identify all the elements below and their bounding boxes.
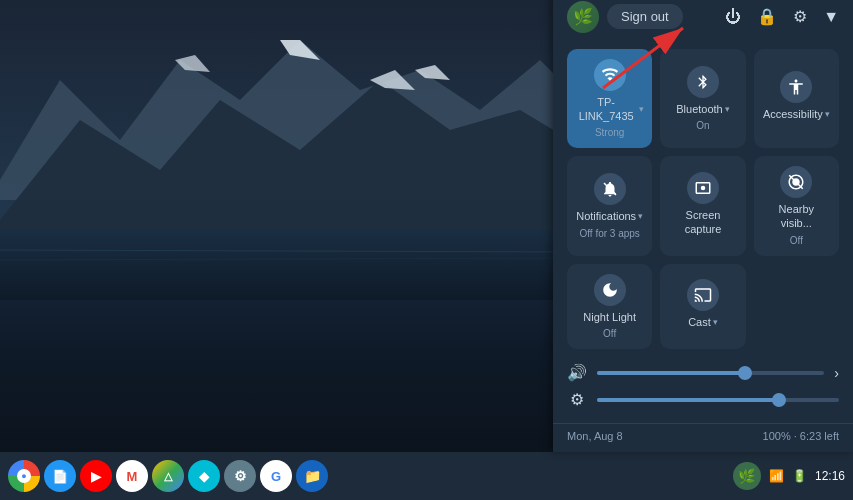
bluetooth-dropdown-arrow: ▾ — [725, 104, 730, 114]
accessibility-icon — [780, 71, 812, 103]
taskbar-gmail-icon[interactable]: M — [116, 460, 148, 492]
svg-rect-7 — [0, 230, 570, 300]
chevron-down-button[interactable]: ▼ — [823, 8, 839, 26]
taskbar-wifi-status[interactable]: 📶 — [769, 469, 784, 483]
bluetooth-tile[interactable]: Bluetooth ▾ On — [660, 49, 745, 149]
taskbar-tray-avatar[interactable]: 🌿 — [733, 462, 761, 490]
wifi-icon — [594, 59, 626, 91]
night-light-icon — [594, 274, 626, 306]
bluetooth-icon — [687, 66, 719, 98]
bluetooth-sublabel: On — [696, 120, 709, 131]
taskbar-youtube-icon[interactable]: ▶ — [80, 460, 112, 492]
power-button[interactable]: ⏻ — [725, 8, 741, 26]
screen-capture-tile[interactable]: Screen capture — [660, 156, 745, 256]
accessibility-tile[interactable]: Accessibility ▾ — [754, 49, 839, 149]
cast-label: Cast — [688, 315, 711, 329]
panel-date: Mon, Aug 8 — [567, 430, 623, 442]
taskbar-battery-status[interactable]: 🔋 — [792, 469, 807, 483]
night-light-label-row: Night Light — [583, 310, 636, 324]
wifi-sublabel: Strong — [595, 127, 624, 138]
desktop: groovyPost.com 🌿 Sign out ⏻ 🔒 ⚙ ▼ — [0, 0, 853, 500]
volume-icon: 🔊 — [567, 363, 587, 382]
battery-icon: 🔋 — [792, 469, 807, 483]
notifications-icon — [594, 173, 626, 205]
sign-out-button[interactable]: Sign out — [607, 4, 683, 29]
taskbar-google-icon[interactable]: G — [260, 460, 292, 492]
avatar: 🌿 — [567, 1, 599, 33]
accessibility-dropdown-arrow: ▾ — [825, 109, 830, 119]
brightness-thumb[interactable] — [772, 393, 786, 407]
screen-capture-label: Screen capture — [668, 208, 737, 237]
cast-tile[interactable]: Cast ▾ — [660, 264, 745, 349]
volume-track[interactable] — [597, 371, 824, 375]
taskbar-files-icon[interactable]: 📁 — [296, 460, 328, 492]
volume-expand-button[interactable]: › — [834, 365, 839, 381]
taskbar-chrome-icon[interactable]: ● — [8, 460, 40, 492]
settings-button[interactable]: ⚙ — [793, 7, 807, 26]
bluetooth-label-row: Bluetooth ▾ — [676, 102, 729, 116]
accessibility-label-row: Accessibility ▾ — [763, 107, 830, 121]
nearby-tile[interactable]: Nearby visib... Off — [754, 156, 839, 256]
taskbar-time[interactable]: 12:16 — [815, 469, 845, 483]
screen-capture-icon — [687, 172, 719, 204]
nearby-label-row: Nearby visib... — [762, 202, 831, 231]
night-light-tile[interactable]: Night Light Off — [567, 264, 652, 349]
wifi-dropdown-arrow: ▾ — [639, 104, 644, 114]
wifi-status-icon: 📶 — [769, 469, 784, 483]
taskbar-meet-icon[interactable]: ◆ — [188, 460, 220, 492]
notifications-label-row: Notifications ▾ — [576, 209, 643, 223]
clock-display: 12:16 — [815, 469, 845, 483]
nearby-sublabel: Off — [790, 235, 803, 246]
wifi-label: TP-LINK_7435 — [575, 95, 637, 124]
system-tray-panel: 🌿 Sign out ⏻ 🔒 ⚙ ▼ TP-LINK_7435 — [553, 0, 853, 452]
cast-label-row: Cast ▾ — [688, 315, 718, 329]
cast-icon — [687, 279, 719, 311]
volume-thumb[interactable] — [738, 366, 752, 380]
wifi-label-row: TP-LINK_7435 ▾ — [575, 95, 644, 124]
taskbar-left: ● 📄 ▶ M △ ◆ ⚙ G — [8, 460, 328, 492]
taskbar-settings-icon[interactable]: ⚙ — [224, 460, 256, 492]
taskbar-docs-icon[interactable]: 📄 — [44, 460, 76, 492]
notifications-sublabel: Off for 3 apps — [579, 228, 639, 239]
brightness-icon: ⚙ — [567, 390, 587, 409]
sliders-area: 🔊 › ⚙ — [553, 357, 853, 423]
panel-top-bar: 🌿 Sign out ⏻ 🔒 ⚙ ▼ — [553, 0, 853, 41]
svg-point-13 — [701, 185, 706, 190]
wifi-tile[interactable]: TP-LINK_7435 ▾ Strong — [567, 49, 652, 149]
notifications-tile[interactable]: Notifications ▾ Off for 3 apps — [567, 156, 652, 256]
brightness-track[interactable] — [597, 398, 839, 402]
nearby-label: Nearby visib... — [762, 202, 831, 231]
brightness-slider-row: ⚙ — [567, 390, 839, 409]
cast-dropdown-arrow: ▾ — [713, 317, 718, 327]
notifications-dropdown-arrow: ▾ — [638, 211, 643, 221]
panel-top-icons: ⏻ 🔒 ⚙ ▼ — [725, 7, 839, 26]
night-light-label: Night Light — [583, 310, 636, 324]
accessibility-label: Accessibility — [763, 107, 823, 121]
volume-fill — [597, 371, 745, 375]
night-light-sublabel: Off — [603, 328, 616, 339]
screen-capture-label-row: Screen capture — [668, 208, 737, 237]
lock-button[interactable]: 🔒 — [757, 7, 777, 26]
notifications-label: Notifications — [576, 209, 636, 223]
panel-bottom: Mon, Aug 8 100% · 6:23 left — [553, 423, 853, 452]
brightness-fill — [597, 398, 779, 402]
nearby-icon — [780, 166, 812, 198]
taskbar-drive-icon[interactable]: △ — [152, 460, 184, 492]
taskbar: ● 📄 ▶ M △ ◆ ⚙ G — [0, 452, 853, 500]
bluetooth-label: Bluetooth — [676, 102, 722, 116]
taskbar-right: 🌿 📶 🔋 12:16 — [733, 462, 845, 490]
panel-battery-info: 100% · 6:23 left — [763, 430, 839, 442]
volume-slider-row: 🔊 › — [567, 363, 839, 382]
panel-top-left: 🌿 Sign out — [567, 1, 683, 33]
quick-settings-grid: TP-LINK_7435 ▾ Strong Bluetooth ▾ On — [553, 41, 853, 357]
